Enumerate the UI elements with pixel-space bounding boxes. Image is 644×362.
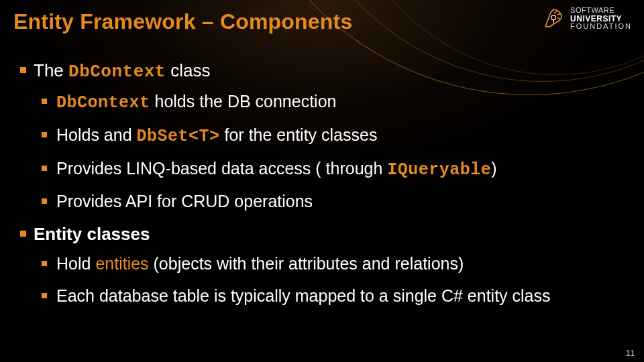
logo-text: SOFTWARE UNIVERSITY FOUNDATION <box>570 7 632 31</box>
content-body: The DbContext class DbContext holds the … <box>19 59 625 317</box>
page-number: 11 <box>626 349 635 358</box>
code-text: DbContext <box>68 62 166 82</box>
list-item: Provides API for CRUD operations <box>42 190 625 213</box>
slide-title: Entity Framework – Components <box>13 9 352 34</box>
code-text: DbContext <box>56 93 150 113</box>
text: The <box>34 60 68 80</box>
text: Provides LINQ-based data access ( throug… <box>56 159 387 178</box>
code-text: IQueryable <box>387 160 491 180</box>
text: Holds and <box>56 125 137 144</box>
list-item: The DbContext class DbContext holds the … <box>19 59 625 213</box>
logo: SOFTWARE UNIVERSITY FOUNDATION <box>542 7 632 31</box>
list-item: Holds and DbSet<T> for the entity classe… <box>42 124 625 148</box>
text: Hold <box>56 254 95 273</box>
slide: Entity Framework – Components SOFTWARE U… <box>0 0 644 362</box>
list-item: DbContext holds the DB connection <box>42 90 625 115</box>
text: for the entity classes <box>220 125 378 144</box>
list-item: Hold entities (objects with their attrib… <box>42 253 625 276</box>
text: holds the DB connection <box>150 92 337 111</box>
logo-line3: FOUNDATION <box>570 23 632 31</box>
text: Provides API for CRUD operations <box>56 192 313 210</box>
svg-point-0 <box>551 15 556 20</box>
list-item: Entity classes Hold entities (objects wi… <box>19 223 625 308</box>
text: Each database table is typically mapped … <box>56 286 551 305</box>
text-bold: Entity classes <box>34 224 150 244</box>
list-item: Provides LINQ-based data access ( throug… <box>42 158 625 182</box>
text-accent: entities <box>95 254 148 273</box>
text: (objects with their attributes and relat… <box>149 254 464 273</box>
logo-line1: SOFTWARE <box>570 7 632 15</box>
lightbulb-icon <box>542 7 565 30</box>
code-text: DbSet<T> <box>137 127 220 146</box>
text: class <box>166 60 210 80</box>
list-item: Each database table is typically mapped … <box>42 285 625 308</box>
text: ) <box>491 159 496 178</box>
